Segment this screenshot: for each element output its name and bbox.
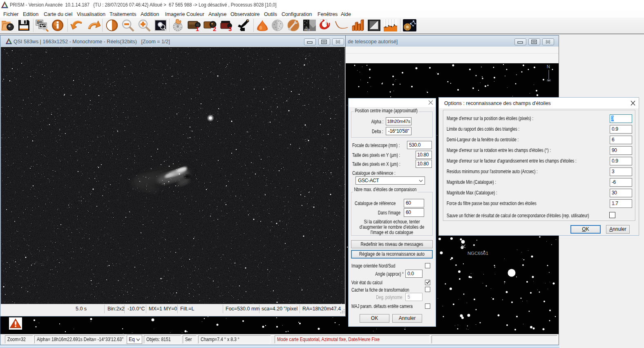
svg-text:1: 1 [196,25,199,32]
svg-text:2: 2 [213,25,216,32]
svg-text:3: 3 [228,25,232,32]
svg-text:NGC6561: NGC6561 [467,251,488,256]
svg-text:N: N [547,64,550,69]
svg-text:TM10: TM10 [304,29,310,31]
